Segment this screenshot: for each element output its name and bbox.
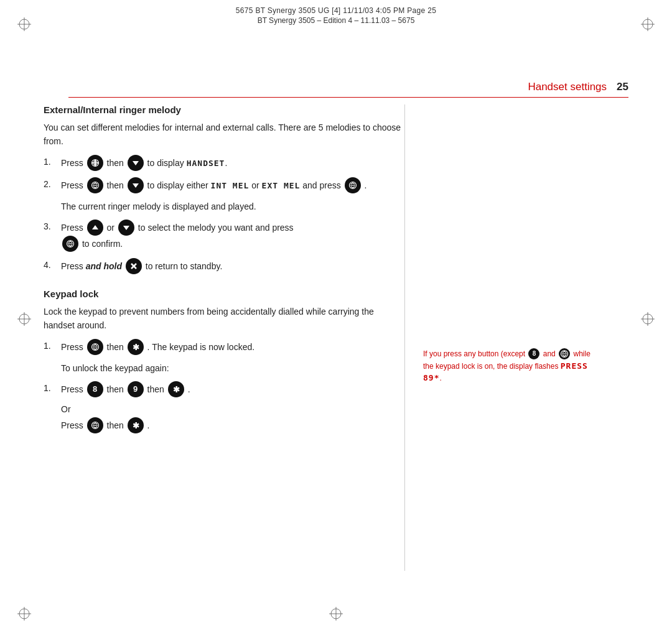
sidebar-badge-8: 8 [528,348,539,359]
crosshair-top-right [641,17,655,31]
crosshair-top-left [17,17,31,31]
svg-text:✱: ✱ [173,385,180,394]
and-hold-text: and hold [86,261,122,271]
menu-button-icon6 [87,417,103,433]
sidebar-mono: PRESS 89* [423,361,588,383]
step1-1: 1. Press then to display HANDSET. [44,155,404,172]
menu-button-icon5 [87,339,103,355]
unlock-step: 1. Press 8 then 9 then ✱ . [44,382,404,398]
svg-marker-25 [92,225,98,229]
section-keypad-lock: Keypad lock Lock the keypad to prevent n… [44,289,404,434]
badge-9: 9 [128,381,144,397]
crosshair-bottom-left [17,607,31,621]
section2-heading: Keypad lock [44,289,404,299]
star-button-icon3: ✱ [128,417,144,433]
page-number: 25 [617,81,628,93]
crosshair-right-mid [641,312,655,326]
sidebar-menu-icon [559,348,570,359]
section-ringer-melody: External/Internal ringer melody You can … [44,104,404,275]
svg-text:✱: ✱ [133,421,139,430]
step1-2-note: The current ringer melody is displayed a… [61,200,404,214]
red-button-icon [126,258,142,274]
alt-unlock: Press then ✱ . [61,418,404,434]
down-button-icon-s1-3 [118,220,134,236]
page-title: Handset settings [528,81,607,93]
or-text: Or [61,404,404,414]
badge-8: 8 [87,381,103,397]
sidebar-note: If you press any button (except 8 and wh… [423,348,597,384]
svg-marker-26 [123,226,129,230]
down-button-icon-s1-2 [128,177,144,193]
step1-3: 3. Press or to select the melody you wan… [44,220,404,252]
unlock-heading: To unlock the keypad again: [61,362,404,376]
header-line2: BT Synergy 3505 – Edition 4 – 11.11.03 –… [258,16,415,25]
menu-button-icon3 [345,177,361,193]
star-button-icon: ✱ [128,339,144,355]
crosshair-left-mid [17,312,31,326]
main-content: External/Internal ringer melody You can … [44,104,404,440]
page-header: 5675 BT Synergy 3505 UG [4] 11/11/03 4:0… [37,6,635,25]
vertical-divider [404,104,405,571]
header-line1: 5675 BT Synergy 3505 UG [4] 11/11/03 4:0… [236,6,436,15]
section1-heading: External/Internal ringer melody [44,104,404,115]
down-button-icon-s1 [128,155,144,171]
menu-button-icon4 [62,236,78,252]
sidebar-note-end: . [439,374,441,382]
section2-intro: Lock the keypad to prevent numbers from … [44,305,404,332]
up-button-icon [87,220,103,236]
menu-button-icon2 [87,177,103,193]
section1-intro: You can set different melodies for inter… [44,121,404,148]
step1-4: 4. Press and hold to return to standby. [44,259,404,275]
page-title-area: Handset settings 25 [68,81,628,98]
svg-text:✱: ✱ [133,343,139,352]
sidebar-note-text: If you press any button (except 8 and wh… [423,349,590,382]
star-button-icon2: ✱ [168,381,184,397]
crosshair-bottom-center [329,607,343,621]
svg-marker-22 [133,183,139,188]
step1-2: 2. Press then to display either INT MEL … [44,178,404,194]
menu-button-icon [87,155,103,171]
step2-1: 1. Press then ✱ . The keypad is now lock… [44,340,404,356]
svg-marker-19 [133,161,139,165]
